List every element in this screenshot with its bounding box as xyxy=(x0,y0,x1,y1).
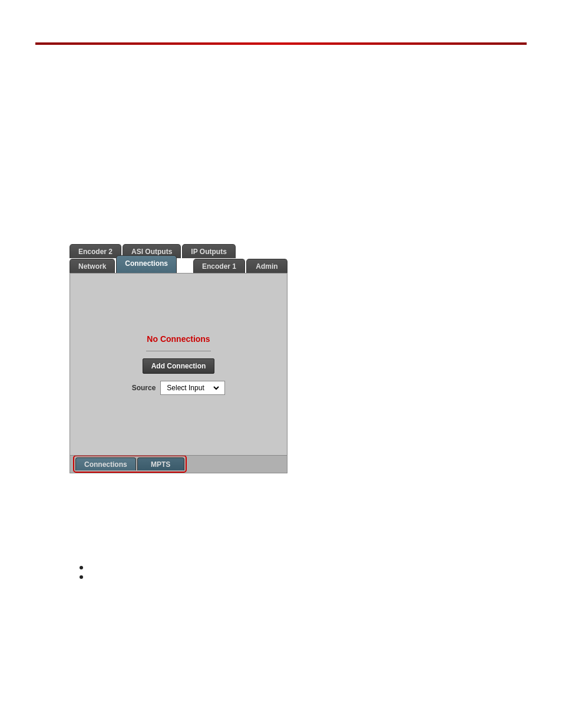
no-connections-label: No Connections xyxy=(147,334,210,344)
tab-encoder1[interactable]: Encoder 1 xyxy=(193,259,245,273)
add-connection-button[interactable]: Add Connection xyxy=(143,358,215,374)
bullets-area xyxy=(80,566,88,585)
source-label: Source xyxy=(132,384,156,392)
tab-network[interactable]: Network xyxy=(70,259,115,273)
main-panel: No Connections Add Connection Source Sel… xyxy=(70,273,287,456)
tab-connections-bottom[interactable]: Connections xyxy=(75,457,136,470)
tab-ip-outputs[interactable]: IP Outputs xyxy=(182,244,235,258)
bullet-dot-2 xyxy=(80,575,83,579)
top-bar xyxy=(35,42,527,45)
source-select[interactable]: Select Input xyxy=(164,383,221,393)
widget-container: Encoder 2 ASI Outputs IP Outputs Network… xyxy=(70,242,287,473)
source-row: Source Select Input xyxy=(132,381,226,395)
tab-mpts[interactable]: MPTS xyxy=(137,457,184,470)
bullet-item-2 xyxy=(80,575,88,579)
tab-encoder2[interactable]: Encoder 2 xyxy=(70,244,121,258)
tab-row-mid: Network Connections Encoder 1 Admin xyxy=(70,258,287,273)
bottom-bar: Connections MPTS xyxy=(70,456,287,473)
tab-admin[interactable]: Admin xyxy=(246,259,287,273)
divider xyxy=(146,351,211,351)
bullet-dot-1 xyxy=(80,566,83,569)
bottom-tab-highlight: Connections MPTS xyxy=(73,455,187,473)
tab-row-top: Encoder 2 ASI Outputs IP Outputs xyxy=(70,242,287,258)
bullet-item-1 xyxy=(80,566,88,569)
tab-connections[interactable]: Connections xyxy=(116,255,177,273)
source-select-wrapper[interactable]: Select Input xyxy=(160,381,225,395)
